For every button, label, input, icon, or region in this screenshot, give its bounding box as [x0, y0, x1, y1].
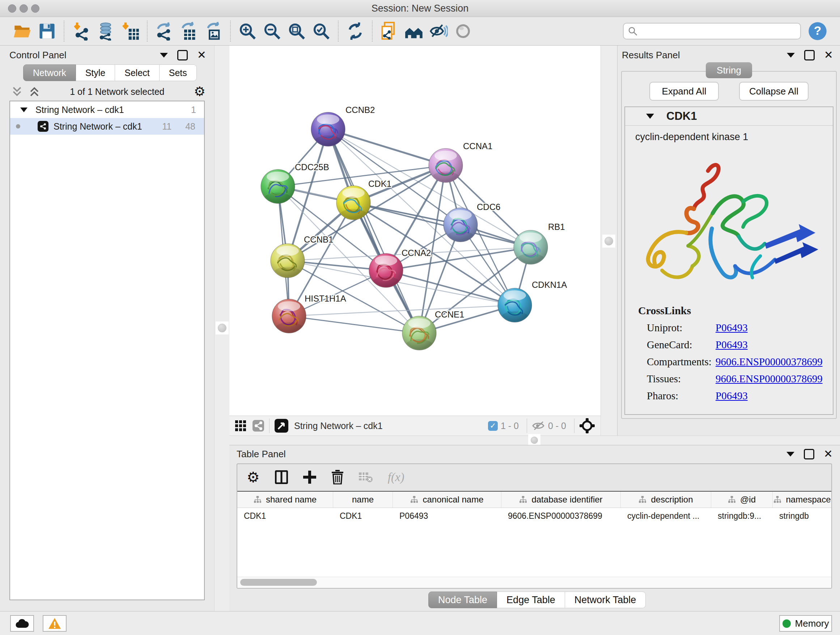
- scrollbar-thumb[interactable]: [240, 579, 317, 586]
- float-panel-icon[interactable]: [804, 50, 815, 60]
- horizontal-splitter[interactable]: [229, 435, 840, 445]
- column-header-name[interactable]: name: [333, 492, 393, 508]
- crosslink-link[interactable]: P06493: [715, 322, 748, 334]
- crosslink-link[interactable]: P06493: [715, 339, 748, 351]
- show-columns-icon[interactable]: [275, 470, 288, 484]
- node-CCNA1[interactable]: [429, 149, 463, 184]
- table-row[interactable]: CDK1CDK1P064939606.ENSP00000378699cyclin…: [237, 508, 831, 524]
- node-CDC6[interactable]: [444, 208, 477, 243]
- close-panel-icon[interactable]: ✕: [824, 50, 833, 60]
- panel-menu-icon[interactable]: [786, 452, 794, 456]
- tab-node-table[interactable]: Node Table: [428, 592, 497, 608]
- search-field[interactable]: [623, 23, 801, 40]
- collapse-entry-icon[interactable]: [646, 114, 654, 119]
- close-panel-icon[interactable]: ✕: [197, 50, 206, 60]
- crosslink-link[interactable]: 9606.ENSP00000378699: [715, 373, 823, 385]
- column-header-database-identifier[interactable]: database identifier: [501, 492, 621, 508]
- right-splitter[interactable]: [600, 46, 618, 435]
- show-all-icon[interactable]: [453, 21, 473, 41]
- table-cell[interactable]: CDK1: [333, 508, 393, 524]
- table-cell[interactable]: stringdb: [773, 508, 832, 524]
- memory-button[interactable]: Memory: [779, 615, 832, 632]
- crosslink-link[interactable]: P06493: [715, 390, 748, 402]
- network-options-gear-icon[interactable]: ⚙: [194, 85, 205, 98]
- tab-sets[interactable]: Sets: [159, 65, 197, 81]
- table-cell[interactable]: P06493: [393, 508, 501, 524]
- zoom-in-icon[interactable]: [237, 21, 257, 41]
- table-options-gear-icon[interactable]: ⚙: [247, 470, 260, 485]
- search-input[interactable]: [638, 26, 797, 36]
- export-image-icon[interactable]: [203, 21, 224, 41]
- horizontal-scrollbar[interactable]: [237, 577, 831, 588]
- left-splitter[interactable]: [214, 46, 230, 611]
- help-icon[interactable]: ?: [807, 21, 828, 41]
- expand-all-tree-icon[interactable]: [11, 86, 23, 98]
- zoom-selected-icon[interactable]: [311, 21, 332, 41]
- tab-style[interactable]: Style: [76, 65, 115, 81]
- import-network-database-icon[interactable]: [95, 21, 116, 41]
- node-RB1[interactable]: [514, 230, 548, 266]
- node-CDK1[interactable]: [336, 186, 370, 221]
- tab-network[interactable]: Network: [23, 65, 76, 81]
- save-session-icon[interactable]: [37, 21, 57, 41]
- tab-string[interactable]: String: [706, 62, 752, 78]
- expand-all-button[interactable]: Expand All: [649, 82, 719, 101]
- open-session-icon[interactable]: [12, 21, 33, 41]
- zoom-out-icon[interactable]: [262, 21, 282, 41]
- close-panel-icon[interactable]: ✕: [824, 448, 833, 459]
- table-cell[interactable]: stringdb:9...: [711, 508, 773, 524]
- node-CCNB1[interactable]: [271, 244, 305, 279]
- warnings-button[interactable]: [43, 615, 66, 632]
- tab-select[interactable]: Select: [115, 65, 159, 81]
- protein-header-row[interactable]: CDK1: [625, 107, 833, 126]
- network-selection-status: 1 of 1 Network selected: [41, 87, 194, 97]
- node-CCNA2[interactable]: [369, 253, 403, 289]
- table-cell[interactable]: cyclin-dependent ...: [621, 508, 711, 524]
- hide-selected-icon[interactable]: [428, 21, 448, 41]
- column-header-namespace[interactable]: namespace: [773, 492, 832, 508]
- network-row[interactable]: String Network – cdk1 11 48: [10, 118, 204, 135]
- panel-menu-icon[interactable]: [787, 53, 795, 57]
- selected-nodes-checkbox-icon[interactable]: ✓: [488, 421, 498, 431]
- import-table-file-icon[interactable]: [120, 21, 141, 41]
- edge-CDK1-RB1[interactable]: [354, 203, 531, 247]
- column-header-shared-name[interactable]: shared name: [237, 492, 333, 508]
- tab-network-table[interactable]: Network Table: [565, 592, 646, 608]
- float-panel-icon[interactable]: [177, 50, 188, 60]
- table-cell[interactable]: CDK1: [237, 508, 333, 524]
- edge-CCNB2-CCNA1[interactable]: [328, 129, 446, 165]
- import-network-file-icon[interactable]: [71, 21, 91, 41]
- edge-HIST1H1A-CCNE1[interactable]: [289, 316, 419, 333]
- node-CCNE1[interactable]: [402, 316, 436, 352]
- network-view-icon[interactable]: [253, 420, 264, 432]
- export-table-icon[interactable]: [179, 21, 199, 41]
- hidden-items-icon[interactable]: [532, 421, 545, 431]
- network-canvas[interactable]: CCNB2CCNA1CDC25BCDK1CDC6RB1CCNB1CCNA2CDK…: [229, 46, 600, 416]
- column-header-description[interactable]: description: [621, 492, 711, 508]
- float-panel-icon[interactable]: [804, 449, 814, 459]
- duplicate-network-icon[interactable]: [379, 21, 399, 41]
- refresh-icon[interactable]: [345, 21, 365, 41]
- network-collection-row[interactable]: String Network – cdk1 1: [10, 101, 204, 118]
- panel-menu-icon[interactable]: [160, 53, 168, 57]
- crosslink-link[interactable]: 9606.ENSP00000378699: [715, 356, 823, 368]
- column-header-canonical-name[interactable]: canonical name: [393, 492, 501, 508]
- column-header--id[interactable]: @id: [711, 492, 773, 508]
- create-column-plus-icon[interactable]: [303, 470, 316, 484]
- delete-column-trash-icon[interactable]: [332, 470, 344, 485]
- grid-view-icon[interactable]: [235, 420, 246, 431]
- fit-selected-crosshair-icon[interactable]: [579, 418, 595, 433]
- node-CDC25B[interactable]: [261, 169, 295, 205]
- collapse-all-tree-icon[interactable]: [28, 86, 41, 98]
- first-neighbors-icon[interactable]: [404, 21, 424, 41]
- collapse-all-button[interactable]: Collapse All: [739, 82, 808, 101]
- tab-edge-table[interactable]: Edge Table: [497, 592, 565, 608]
- zoom-fit-icon[interactable]: [286, 21, 307, 41]
- export-network-icon[interactable]: [154, 21, 174, 41]
- node-HIST1H1A[interactable]: [272, 299, 306, 334]
- table-cell[interactable]: 9606.ENSP00000378699: [501, 508, 621, 524]
- birds-eye-view-icon[interactable]: [275, 419, 288, 432]
- node-CDKN1A[interactable]: [498, 288, 532, 324]
- collection-expand-icon[interactable]: [20, 108, 27, 112]
- cloud-status-button[interactable]: [10, 615, 34, 632]
